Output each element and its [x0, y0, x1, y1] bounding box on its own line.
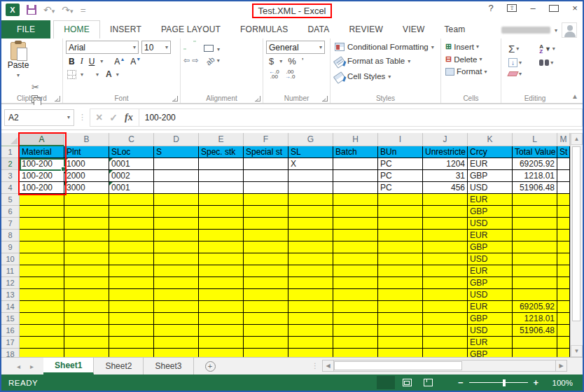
scroll-right-icon[interactable]: ▶	[555, 360, 567, 372]
cell-J17[interactable]	[423, 337, 468, 349]
cell-L17[interactable]	[513, 337, 557, 349]
cell-A9[interactable]	[20, 241, 64, 253]
number-format-combobox[interactable]: General▾	[266, 41, 325, 54]
cell-J18[interactable]	[423, 349, 468, 357]
cell-I17[interactable]	[378, 337, 423, 349]
cell-G3[interactable]	[288, 170, 333, 182]
cell-M5[interactable]	[557, 194, 570, 206]
cell-M14[interactable]	[557, 301, 570, 313]
paste-dropdown-icon[interactable]: ▾	[17, 72, 20, 78]
cell-M7[interactable]	[557, 218, 570, 230]
maximize-icon[interactable]	[549, 5, 559, 12]
column-header-J[interactable]: J	[423, 133, 468, 146]
cell-K11[interactable]: EUR	[468, 265, 513, 277]
cell-C10[interactable]	[109, 253, 154, 265]
cell-F8[interactable]	[244, 230, 288, 241]
row-header-16[interactable]: 16	[1, 325, 20, 337]
cell-F7[interactable]	[244, 218, 288, 230]
column-header-L[interactable]: L	[513, 133, 557, 146]
help-icon[interactable]: ?	[486, 3, 496, 13]
cell-K3[interactable]: GBP	[468, 170, 513, 182]
format-as-table-button[interactable]: Format as Table▾	[335, 55, 438, 66]
cell-I7[interactable]	[378, 218, 423, 230]
cell-D16[interactable]	[154, 325, 199, 337]
cell-J16[interactable]	[423, 325, 468, 337]
row-header-5[interactable]: 5	[1, 194, 20, 206]
cell-M11[interactable]	[557, 265, 570, 277]
merge-center-dropdown-icon[interactable]: ▾	[217, 46, 220, 52]
fill-color-dropdown-icon[interactable]: ▾	[96, 71, 99, 78]
cell-G9[interactable]	[288, 241, 333, 253]
cell-I16[interactable]	[378, 325, 423, 337]
orientation-dropdown-icon[interactable]: ▾	[217, 57, 220, 64]
cell-B13[interactable]	[64, 289, 109, 301]
cell-M10[interactable]	[557, 253, 570, 265]
cell-B17[interactable]	[64, 337, 109, 349]
cell-J1[interactable]: Unrestricte	[423, 146, 468, 158]
increase-font-size-button[interactable]: A▲	[114, 57, 125, 66]
cell-F11[interactable]	[244, 265, 288, 277]
cell-D17[interactable]	[154, 337, 199, 349]
cell-D4[interactable]	[154, 182, 199, 194]
underline-dropdown-icon[interactable]: ▾	[100, 58, 103, 64]
cell-D5[interactable]	[154, 194, 199, 206]
column-header-H[interactable]: H	[333, 133, 378, 146]
sort-filter-button[interactable]: AZ▼▾	[538, 43, 566, 55]
cell-M17[interactable]	[557, 337, 570, 349]
cell-F10[interactable]	[244, 253, 288, 265]
cell-H12[interactable]	[333, 277, 378, 289]
cell-J12[interactable]	[423, 277, 468, 289]
cell-F5[interactable]	[244, 194, 288, 206]
tab-review[interactable]: REVIEW	[339, 21, 393, 38]
cell-E3[interactable]	[199, 170, 244, 182]
cell-D13[interactable]	[154, 289, 199, 301]
cell-F13[interactable]	[244, 289, 288, 301]
cell-F4[interactable]	[244, 182, 288, 194]
cell-C1[interactable]: SLoc	[109, 146, 154, 158]
cell-J9[interactable]	[423, 241, 468, 253]
cell-H10[interactable]	[333, 253, 378, 265]
cell-J11[interactable]	[423, 265, 468, 277]
row-header-12[interactable]: 12	[1, 277, 20, 289]
cell-C9[interactable]	[109, 241, 154, 253]
scroll-up-icon[interactable]: ▲	[571, 133, 583, 145]
row-header-3[interactable]: 3	[1, 170, 20, 182]
cell-G17[interactable]	[288, 337, 333, 349]
sheet-nav-right-icon[interactable]: ▸	[30, 363, 34, 370]
scroll-down-icon[interactable]: ▼	[571, 345, 583, 357]
cell-K16[interactable]: USD	[468, 325, 513, 337]
find-select-button[interactable]: ▾	[538, 59, 566, 66]
cell-I10[interactable]	[378, 253, 423, 265]
zoom-out-icon[interactable]: −	[458, 377, 464, 388]
font-dialog-launcher-icon[interactable]	[172, 96, 178, 102]
cell-G4[interactable]	[288, 182, 333, 194]
cell-B16[interactable]	[64, 325, 109, 337]
horizontal-scrollbar[interactable]: ⋮ ◀ ▶	[312, 360, 567, 372]
cell-A10[interactable]	[20, 253, 64, 265]
cell-A1[interactable]: Material	[20, 146, 64, 158]
cell-I4[interactable]: PC	[378, 182, 423, 194]
cell-I5[interactable]	[378, 194, 423, 206]
formula-bar-resize-handle[interactable]: ⋮	[78, 113, 85, 122]
cell-B6[interactable]	[64, 206, 109, 218]
cell-B15[interactable]	[64, 313, 109, 325]
column-header-G[interactable]: G	[288, 133, 333, 146]
row-header-15[interactable]: 15	[1, 313, 20, 325]
cell-J8[interactable]	[423, 230, 468, 241]
align-left-button[interactable]	[183, 48, 186, 50]
cell-G2[interactable]: X	[288, 158, 333, 170]
cell-D7[interactable]	[154, 218, 199, 230]
cell-D8[interactable]	[154, 230, 199, 241]
tab-formulas[interactable]: FORMULAS	[230, 21, 298, 38]
cell-E7[interactable]	[199, 218, 244, 230]
center-button[interactable]	[188, 48, 191, 50]
cell-F2[interactable]	[244, 158, 288, 170]
cell-D18[interactable]	[154, 349, 199, 357]
cell-A16[interactable]	[20, 325, 64, 337]
cell-I1[interactable]: BUn	[378, 146, 423, 158]
cell-A7[interactable]	[20, 218, 64, 230]
fill-button[interactable]: ↓▾	[507, 57, 532, 68]
cell-C7[interactable]	[109, 218, 154, 230]
cell-G16[interactable]	[288, 325, 333, 337]
column-header-B[interactable]: B	[64, 133, 109, 146]
